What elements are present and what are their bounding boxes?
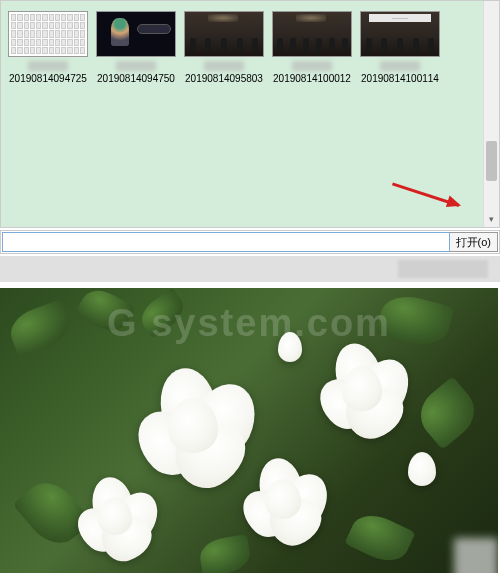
thumbnail-meta-blur	[380, 61, 420, 71]
thumbnail-image	[184, 11, 264, 57]
thumbnail-item[interactable]: 20190814095803	[183, 11, 265, 84]
thumbnail-image	[272, 11, 352, 57]
dialog-button-blur	[398, 260, 488, 278]
thumbnail-label: 20190814100012	[273, 73, 351, 84]
thumbnail-meta-blur	[292, 61, 332, 71]
thumbnail-image	[96, 11, 176, 57]
dialog-bottom-bar	[0, 256, 500, 282]
thumbnail-label: 20190814094750	[97, 73, 175, 84]
thumbnail-meta-blur	[204, 61, 244, 71]
filename-bar: 打开(o)	[0, 230, 500, 254]
thumbnail-meta-blur	[28, 61, 68, 71]
thumbnail-item[interactable]: 20190814100012	[271, 11, 353, 84]
thumbnail-item[interactable]: 20190814094750	[95, 11, 177, 84]
filename-input[interactable]	[2, 232, 450, 252]
thumbnail-list: 20190814094725 20190814094750 2019081409…	[5, 9, 495, 86]
watermark-text: G system.com	[107, 302, 391, 345]
scrollbar-thumb[interactable]	[486, 141, 497, 181]
thumbnail-image: ————	[360, 11, 440, 57]
scroll-down-icon[interactable]: ▾	[484, 211, 499, 227]
corner-blur	[454, 538, 498, 573]
file-browser-panel: 20190814094725 20190814094750 2019081409…	[0, 0, 500, 228]
open-button-label: 打开(o)	[456, 235, 491, 250]
flower-photo: G system.com	[0, 288, 498, 573]
thumbnail-label: 20190814094725	[9, 73, 87, 84]
thumbnail-label: 20190814100114	[361, 73, 439, 84]
open-button[interactable]: 打开(o)	[450, 232, 498, 252]
thumbnail-meta-blur	[116, 61, 156, 71]
thumbnail-label: 20190814095803	[185, 73, 263, 84]
thumbnail-item[interactable]: 20190814094725	[7, 11, 89, 84]
annotation-arrow	[392, 182, 460, 206]
thumbnail-item[interactable]: ———— 20190814100114	[359, 11, 441, 84]
thumbnail-image	[8, 11, 88, 57]
vertical-scrollbar[interactable]: ▾	[483, 1, 499, 227]
